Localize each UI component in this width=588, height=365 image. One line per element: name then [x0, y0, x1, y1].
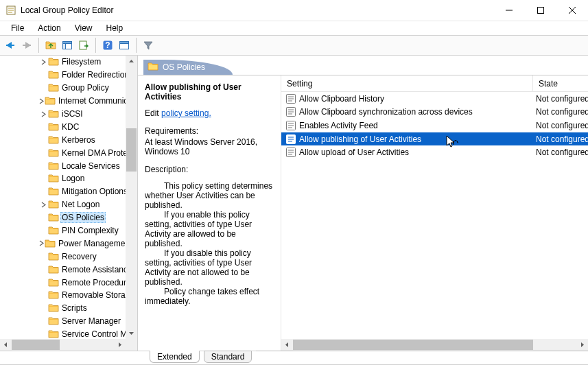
export-list-icon[interactable] [76, 38, 91, 53]
up-level-icon[interactable] [43, 38, 58, 53]
tree-item[interactable]: Server Manager [0, 315, 126, 328]
tree-item-label: Logon [62, 174, 84, 183]
tree-item[interactable]: PIN Complexity [0, 224, 126, 237]
nav-vertical-scrollbar[interactable] [126, 56, 137, 339]
menu-view[interactable]: View [68, 22, 99, 34]
folder-icon [48, 277, 59, 288]
list-row[interactable]: Enables Activity FeedNot configured [281, 119, 588, 132]
properties-icon[interactable] [117, 38, 132, 53]
menu-action[interactable]: Action [31, 22, 67, 34]
tree-item-label: Group Policy [62, 83, 109, 93]
folder-icon [48, 212, 59, 223]
column-state[interactable]: State [533, 75, 588, 91]
svg-rect-13 [538, 8, 544, 14]
tree-item[interactable]: Power Management [0, 237, 126, 250]
setting-name: Allow Clipboard synchronization across d… [299, 107, 473, 117]
minimize-button[interactable] [493, 0, 525, 21]
tree-item[interactable]: Recovery [0, 250, 126, 263]
list-row[interactable]: Allow publishing of User ActivitiesNot c… [281, 132, 588, 146]
close-button[interactable] [556, 0, 588, 21]
scroll-right-icon[interactable] [114, 339, 126, 351]
folder-icon [48, 148, 59, 158]
help-icon[interactable]: ? [100, 38, 115, 53]
tree-item[interactable]: Service Control Manager Settings [0, 328, 126, 339]
column-setting[interactable]: Setting [281, 75, 533, 91]
folder-icon [48, 56, 59, 67]
folder-icon [45, 95, 56, 106]
svg-rect-17 [23, 45, 31, 46]
tree-item[interactable]: Group Policy [0, 82, 126, 95]
folder-icon [148, 61, 158, 74]
folder-icon [48, 82, 59, 93]
tree-item[interactable]: Locale Services [0, 159, 126, 172]
setting-name: Allow Clipboard History [299, 94, 384, 104]
policy-icon [285, 147, 296, 158]
toolbar: ? [0, 35, 588, 56]
list-row[interactable]: Allow Clipboard synchronization across d… [281, 106, 588, 119]
folder-icon [48, 161, 59, 172]
description-label: Description: [145, 165, 275, 174]
tree-item[interactable]: KDC [0, 120, 126, 133]
tree-item-label: Internet Communication Management [58, 96, 126, 106]
tree-item-label: Remote Assistance [62, 265, 126, 274]
tree-item-label: Kerberos [62, 135, 95, 145]
tree-item[interactable]: Mitigation Options [0, 185, 126, 198]
tree-item[interactable]: Folder Redirection [0, 69, 126, 82]
setting-state: Not configured [533, 107, 588, 117]
tree-item[interactable]: Remote Assistance [0, 263, 126, 276]
right-pane: OS Policies Allow publishing of User Act… [138, 56, 588, 351]
tree-item-label: KDC [62, 122, 79, 132]
tree-item[interactable]: Kernel DMA Protection [0, 146, 126, 159]
tree-item[interactable]: Kerberos [0, 133, 126, 146]
settings-list: Setting State Allow Clipboard HistoryNot… [281, 75, 588, 351]
list-row[interactable]: Allow upload of User ActivitiesNot confi… [281, 145, 588, 159]
policy-icon [285, 93, 296, 104]
tab-extended[interactable]: Extended [150, 351, 200, 363]
policy-name: Allow publishing of User Activities [145, 82, 275, 102]
tree-item-label: iSCSI [62, 109, 83, 119]
maximize-button[interactable] [525, 0, 556, 21]
tree-item[interactable]: Scripts [0, 302, 126, 315]
scroll-up-icon[interactable] [126, 56, 137, 67]
tree-item[interactable]: Internet Communication Management [0, 95, 126, 108]
nav-horizontal-scrollbar[interactable] [0, 339, 126, 351]
scroll-left-icon[interactable] [0, 339, 12, 351]
tree-item[interactable]: OS Policies [0, 211, 126, 224]
setting-state: Not configured [533, 134, 588, 144]
chevron-right-icon[interactable] [38, 111, 48, 117]
folder-icon [48, 173, 59, 184]
chevron-right-icon[interactable] [38, 240, 45, 246]
tree-item-label: Server Manager [62, 316, 121, 326]
chevron-right-icon[interactable] [38, 59, 48, 65]
menu-file[interactable]: File [4, 22, 31, 34]
tab-standard[interactable]: Standard [204, 351, 252, 363]
tree-item[interactable]: Remote Procedure Call [0, 276, 126, 289]
tree-item[interactable]: Removable Storage Access [0, 289, 126, 302]
tree-item-label: Remote Procedure Call [62, 278, 126, 287]
chevron-right-icon[interactable] [38, 98, 45, 104]
tree-item-label: Net Logon [62, 200, 99, 209]
tree-item-label: Power Management [58, 239, 126, 248]
folder-icon [48, 225, 59, 236]
chevron-right-icon[interactable] [38, 202, 48, 208]
tree-item[interactable]: Net Logon [0, 198, 126, 211]
tree-item-label: Folder Redirection [62, 70, 126, 80]
menu-help[interactable]: Help [99, 22, 130, 34]
scroll-left-icon[interactable] [281, 339, 293, 351]
list-horizontal-scrollbar[interactable] [281, 339, 588, 351]
tree-item-label: Recovery [62, 252, 97, 261]
back-button[interactable] [3, 38, 18, 53]
list-row[interactable]: Allow Clipboard HistoryNot configured [281, 92, 588, 106]
forward-button[interactable] [19, 38, 34, 53]
filter-icon[interactable] [141, 38, 156, 53]
scroll-down-icon[interactable] [126, 327, 137, 339]
tree-item[interactable]: Filesystem [0, 56, 126, 69]
folder-icon [48, 69, 59, 80]
tree-item[interactable]: Logon [0, 172, 126, 185]
show-hide-tree-icon[interactable] [60, 38, 75, 53]
scroll-right-icon[interactable] [576, 339, 588, 351]
tree-item[interactable]: iSCSI [0, 108, 126, 121]
folder-icon [48, 186, 59, 197]
tree-item-label: Filesystem [62, 57, 101, 67]
edit-policy-link[interactable]: policy setting. [161, 108, 211, 118]
